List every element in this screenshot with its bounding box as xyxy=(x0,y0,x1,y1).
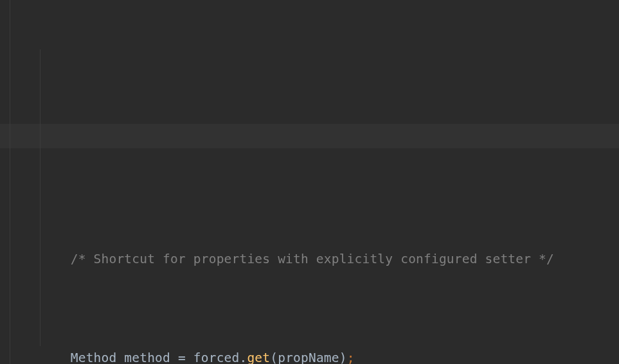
indent-guide xyxy=(10,0,10,364)
semicolon: ; xyxy=(347,351,355,364)
code-line: Method method = forced.get(propName); xyxy=(0,322,619,347)
operator: = xyxy=(170,351,193,364)
paren: ) xyxy=(339,351,347,364)
identifier: propName xyxy=(278,351,339,364)
identifier: method xyxy=(124,351,170,364)
identifier: forced xyxy=(193,351,240,364)
caret-line-highlight xyxy=(0,124,619,149)
comment-text: /* Shortcut for properties with explicit… xyxy=(71,252,554,266)
paren: ( xyxy=(270,351,278,364)
indent-guide xyxy=(40,49,40,346)
type-name: Method xyxy=(71,351,117,364)
dot: . xyxy=(239,351,247,364)
method-call: get xyxy=(247,351,270,364)
code-editor[interactable]: /* Shortcut for properties with explicit… xyxy=(0,0,619,364)
